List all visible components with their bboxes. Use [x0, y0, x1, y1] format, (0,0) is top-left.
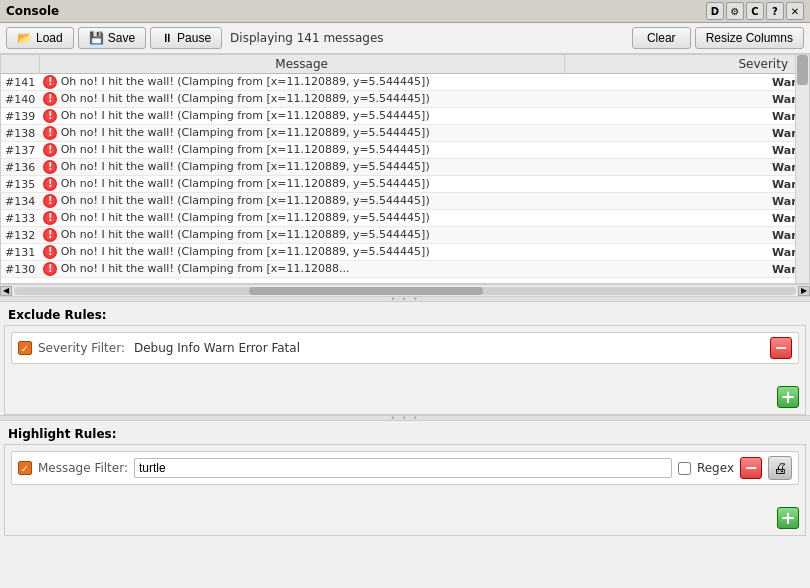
highlight-regex-label: Regex	[697, 461, 734, 475]
row-num: #130	[1, 261, 39, 278]
col-header-message: Message	[39, 55, 564, 74]
highlight-rule-remove-button[interactable]: −	[740, 457, 762, 479]
row-severity: Warn	[564, 261, 808, 278]
exclude-add-button[interactable]: +	[777, 386, 799, 408]
printer-button[interactable]: 🖨	[768, 456, 792, 480]
exclude-rules-label: Exclude Rules:	[0, 302, 810, 325]
warn-icon: !	[43, 177, 57, 191]
highlight-rule-1: ✓ Message Filter: Regex − 🖨	[11, 451, 799, 485]
warn-icon: !	[43, 109, 57, 123]
load-icon: 📂	[17, 31, 32, 45]
table-row: #130 ! Oh no! I hit the wall! (Clamping …	[1, 261, 809, 278]
row-num: #136	[1, 159, 39, 176]
window-title: Console	[6, 4, 59, 18]
highlight-rules-container: ✓ Message Filter: Regex − 🖨 +	[4, 444, 806, 536]
exclude-rules-container: ✓ Severity Filter: Debug Info Warn Error…	[4, 325, 806, 415]
row-num: #135	[1, 176, 39, 193]
row-severity: Warn	[564, 108, 808, 125]
row-message: ! Oh no! I hit the wall! (Clamping from …	[39, 176, 564, 193]
col-header-severity: Severity	[564, 55, 808, 74]
row-severity: Warn	[564, 74, 808, 91]
row-severity: Warn	[564, 125, 808, 142]
console-table: Message Severity #141 ! Oh no! I hit the…	[1, 55, 809, 278]
pause-label: Pause	[177, 31, 211, 45]
exclude-empty-area	[11, 364, 799, 382]
table-row: #140 ! Oh no! I hit the wall! (Clamping …	[1, 91, 809, 108]
clear-button[interactable]: Clear	[632, 27, 691, 49]
exclude-rule-remove-button[interactable]: −	[770, 337, 792, 359]
exclude-rules-section: Exclude Rules: ✓ Severity Filter: Debug …	[0, 302, 810, 415]
save-label: Save	[108, 31, 135, 45]
row-num: #131	[1, 244, 39, 261]
scroll-track[interactable]	[14, 287, 796, 295]
highlight-regex-checkbox[interactable]	[678, 462, 691, 475]
scrollbar-thumb[interactable]	[797, 55, 808, 85]
row-message: ! Oh no! I hit the wall! (Clamping from …	[39, 91, 564, 108]
table-row: #136 ! Oh no! I hit the wall! (Clamping …	[1, 159, 809, 176]
status-text: Displaying 141 messages	[230, 31, 384, 45]
pause-button[interactable]: ⏸ Pause	[150, 27, 222, 49]
row-severity: Warn	[564, 142, 808, 159]
highlight-rule-1-checkbox[interactable]: ✓	[18, 461, 32, 475]
table-row: #132 ! Oh no! I hit the wall! (Clamping …	[1, 227, 809, 244]
warn-icon: !	[43, 160, 57, 174]
save-button[interactable]: 💾 Save	[78, 27, 146, 49]
warn-icon: !	[43, 262, 57, 276]
scroll-left-arrow[interactable]: ◀	[0, 286, 12, 296]
scroll-thumb[interactable]	[249, 287, 484, 295]
exclude-severity-value: Debug Info Warn Error Fatal	[134, 341, 764, 355]
exclude-severity-label: Severity Filter:	[38, 341, 128, 355]
table-row: #138 ! Oh no! I hit the wall! (Clamping …	[1, 125, 809, 142]
row-message: ! Oh no! I hit the wall! (Clamping from …	[39, 108, 564, 125]
exclude-rule-1-checkbox[interactable]: ✓	[18, 341, 32, 355]
table-row: #137 ! Oh no! I hit the wall! (Clamping …	[1, 142, 809, 159]
save-icon: 💾	[89, 31, 104, 45]
row-message: ! Oh no! I hit the wall! (Clamping from …	[39, 159, 564, 176]
window-btn-close[interactable]: ✕	[786, 2, 804, 20]
scroll-right-arrow[interactable]: ▶	[798, 286, 810, 296]
row-num: #134	[1, 193, 39, 210]
row-message: ! Oh no! I hit the wall! (Clamping from …	[39, 227, 564, 244]
table-row: #133 ! Oh no! I hit the wall! (Clamping …	[1, 210, 809, 227]
row-message: ! Oh no! I hit the wall! (Clamping from …	[39, 261, 564, 278]
table-row: #141 ! Oh no! I hit the wall! (Clamping …	[1, 74, 809, 91]
row-severity: Warn	[564, 193, 808, 210]
resize-columns-button[interactable]: Resize Columns	[695, 27, 804, 49]
row-message: ! Oh no! I hit the wall! (Clamping from …	[39, 244, 564, 261]
warn-icon: !	[43, 245, 57, 259]
warn-icon: !	[43, 228, 57, 242]
window-btn-c[interactable]: C	[746, 2, 764, 20]
window-btn-gear[interactable]: ⚙	[726, 2, 744, 20]
row-num: #132	[1, 227, 39, 244]
table-row: #135 ! Oh no! I hit the wall! (Clamping …	[1, 176, 809, 193]
row-severity: Warn	[564, 91, 808, 108]
row-num: #139	[1, 108, 39, 125]
row-severity: Warn	[564, 227, 808, 244]
highlight-add-button[interactable]: +	[777, 507, 799, 529]
window-btn-d[interactable]: D	[706, 2, 724, 20]
row-message: ! Oh no! I hit the wall! (Clamping from …	[39, 125, 564, 142]
table-row: #134 ! Oh no! I hit the wall! (Clamping …	[1, 193, 809, 210]
window-controls: D ⚙ C ? ✕	[706, 2, 804, 20]
console-window: Console D ⚙ C ? ✕ 📂 Load 💾 Save ⏸ Pause …	[0, 0, 810, 588]
console-table-container: Message Severity #141 ! Oh no! I hit the…	[0, 54, 810, 284]
table-row: #139 ! Oh no! I hit the wall! (Clamping …	[1, 108, 809, 125]
vertical-scrollbar[interactable]	[795, 55, 809, 283]
row-severity: Warn	[564, 244, 808, 261]
highlight-message-input[interactable]	[134, 458, 672, 478]
row-num: #137	[1, 142, 39, 159]
warn-icon: !	[43, 92, 57, 106]
highlight-message-label: Message Filter:	[38, 461, 128, 475]
exclude-rule-1: ✓ Severity Filter: Debug Info Warn Error…	[11, 332, 799, 364]
row-num: #141	[1, 74, 39, 91]
exclude-add-row: +	[11, 386, 799, 408]
row-message: ! Oh no! I hit the wall! (Clamping from …	[39, 193, 564, 210]
load-label: Load	[36, 31, 63, 45]
row-severity: Warn	[564, 159, 808, 176]
row-message: ! Oh no! I hit the wall! (Clamping from …	[39, 210, 564, 227]
window-btn-help[interactable]: ?	[766, 2, 784, 20]
check-icon-hl: ✓	[21, 463, 29, 474]
load-button[interactable]: 📂 Load	[6, 27, 74, 49]
warn-icon: !	[43, 211, 57, 225]
horizontal-scrollbar[interactable]: ◀ ▶	[0, 284, 810, 296]
